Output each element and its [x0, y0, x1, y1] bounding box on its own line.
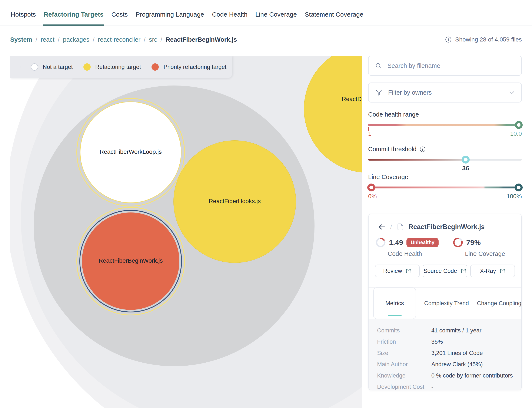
- commit-threshold-slider: 36: [368, 155, 522, 164]
- code-health-range-slider: [368, 121, 522, 129]
- code-health-value: 1.49: [389, 238, 403, 247]
- legend-label: Priority refactoring target: [164, 64, 226, 70]
- legend-label: Refactoring target: [95, 64, 141, 70]
- breadcrumb-packages[interactable]: packages: [63, 36, 89, 43]
- breadcrumb-current-file: ReactFiberBeginWork.js: [166, 36, 237, 43]
- code-health-min-value: 1: [368, 130, 372, 137]
- breadcrumb-separator: /: [161, 36, 162, 43]
- circle-fill: [82, 212, 179, 310]
- slider-track[interactable]: [368, 124, 522, 126]
- file-detail-header: / ReactFiberBeginWork.js: [368, 214, 521, 231]
- commit-threshold-value: 36: [457, 165, 474, 172]
- tab-code-health[interactable]: Code Health: [212, 11, 248, 26]
- slider-max-handle[interactable]: [515, 184, 523, 191]
- slider-handle[interactable]: [462, 156, 470, 163]
- tab-refactoring-targets[interactable]: Refactoring Targets: [43, 11, 104, 26]
- code-health-stat-label: Code Health: [388, 250, 453, 257]
- table-row: Knowledge 0 % code by former contributor…: [377, 370, 513, 381]
- tab-programming-language[interactable]: Programming Language: [135, 11, 204, 26]
- source-code-button[interactable]: Source Code: [423, 265, 467, 277]
- refactoring-targets-page: Hotspots Refactoring Targets Costs Progr…: [0, 0, 532, 416]
- line-coverage-min-value: 0%: [368, 193, 377, 200]
- line-coverage-max-value: 100%: [506, 193, 522, 200]
- slider-min-handle[interactable]: [367, 184, 375, 191]
- external-link-icon: [499, 268, 505, 274]
- slider-max-handle[interactable]: [515, 121, 523, 129]
- file-detail-title: ReactFiberBeginWork.js: [409, 223, 485, 231]
- tab-metrics[interactable]: Metrics: [373, 288, 416, 319]
- search-icon: [375, 62, 382, 70]
- breadcrumb-separator: /: [93, 36, 95, 43]
- owners-filter-label: Filter by owners: [388, 89, 503, 96]
- file-icon: [396, 223, 404, 231]
- file-circle-reactfiberbeginwork[interactable]: ReactFiberBeginWork.js: [76, 207, 185, 315]
- table-row: Size 3,201 Lines of Code: [377, 348, 513, 359]
- file-circle-reactfiberworkloop[interactable]: ReactFiberWorkLoop.js: [76, 98, 185, 207]
- tab-change-coupling[interactable]: Change Coupling: [477, 300, 521, 307]
- path-separator: /: [390, 224, 392, 230]
- file-action-buttons: Review Source Code X-Ray: [368, 257, 521, 277]
- table-row: Main Author Andrew Clark (45%): [377, 359, 513, 370]
- circle-packing-visualization: ReactDO ReactFiberWorkLoop.js ReactFiber…: [10, 56, 362, 408]
- code-health-gauge-icon: [376, 237, 386, 247]
- info-icon[interactable]: [419, 146, 426, 152]
- external-link-icon: [405, 268, 411, 274]
- table-row: Commits 41 commits / 1 year: [377, 325, 513, 336]
- breadcrumb: System / react / packages / react-reconc…: [10, 36, 237, 43]
- info-icon[interactable]: [19, 63, 21, 71]
- file-stats-row: 1.49 Unhealthy Code Health 79% Line Cove…: [368, 231, 521, 257]
- breadcrumb-react[interactable]: react: [41, 36, 54, 43]
- file-circle-reactfiberhooks[interactable]: ReactFiberHooks.js: [174, 140, 296, 263]
- breadcrumb-row: System / react / packages / react-reconc…: [10, 32, 522, 47]
- files-summary: Showing 28 of 4,059 files: [445, 36, 522, 43]
- tab-complexity-trend[interactable]: Complexity Trend: [424, 300, 469, 307]
- info-icon[interactable]: [445, 36, 452, 43]
- active-tab-indicator: [388, 315, 402, 316]
- legend: Not a target Refactoring target Priority…: [10, 56, 232, 78]
- line-coverage-slider: [368, 183, 522, 192]
- file-detail-tabs: Metrics Complexity Trend Change Coupling: [368, 288, 521, 319]
- legend-dot-refactoring-target: [83, 63, 91, 71]
- breadcrumb-src[interactable]: src: [149, 36, 157, 43]
- commit-threshold-label: Commit threshold: [368, 146, 522, 153]
- unhealthy-badge: Unhealthy: [406, 238, 439, 247]
- tab-costs[interactable]: Costs: [111, 11, 128, 26]
- breadcrumb-react-reconciler[interactable]: react-reconciler: [98, 36, 140, 43]
- search-box: [368, 56, 522, 76]
- x-ray-button[interactable]: X-Ray: [470, 265, 515, 277]
- line-coverage-label: Line Coverage: [368, 174, 522, 180]
- breadcrumb-separator: /: [144, 36, 145, 43]
- file-circle-label: ReactFiberHooks.js: [174, 198, 296, 205]
- tab-statement-coverage[interactable]: Statement Coverage: [304, 11, 364, 26]
- back-arrow-icon[interactable]: [377, 223, 386, 231]
- breadcrumb-separator: /: [36, 36, 37, 43]
- slider-min-handle[interactable]: [368, 127, 369, 131]
- filter-icon: [375, 89, 383, 96]
- slider-track[interactable]: [368, 159, 522, 161]
- file-detail-card: / ReactFiberBeginWork.js 1.49 Unhealthy: [368, 214, 522, 390]
- table-row: Development Cost -: [377, 381, 513, 390]
- slider-track[interactable]: [368, 187, 522, 189]
- legend-label: Not a target: [43, 64, 73, 70]
- owners-filter[interactable]: Filter by owners: [368, 83, 522, 103]
- code-health-range-label: Code health range: [368, 111, 522, 118]
- top-nav: Hotspots Refactoring Targets Costs Progr…: [0, 0, 532, 26]
- line-coverage-value: 79%: [466, 238, 481, 247]
- code-health-max-value: 10.0: [510, 130, 522, 137]
- circle-fill: [80, 102, 182, 203]
- metrics-table: Commits 41 commits / 1 year Friction 35%…: [368, 319, 521, 390]
- tab-line-coverage[interactable]: Line Coverage: [255, 11, 297, 26]
- right-panel: Filter by owners Code health range 1 10.…: [368, 56, 522, 390]
- line-coverage-gauge-icon: [453, 237, 463, 247]
- legend-dot-priority-target: [152, 63, 159, 71]
- chevron-down-icon: [509, 89, 515, 96]
- code-health-stat: 1.49 Unhealthy Code Health: [376, 237, 453, 257]
- breadcrumb-system[interactable]: System: [10, 36, 32, 43]
- search-input[interactable]: [387, 62, 515, 69]
- tab-hotspots[interactable]: Hotspots: [10, 11, 36, 26]
- breadcrumb-separator: /: [58, 36, 59, 43]
- line-coverage-stat-label: Line Coverage: [465, 250, 505, 257]
- files-summary-text: Showing 28 of 4,059 files: [455, 36, 522, 43]
- review-button[interactable]: Review: [375, 265, 420, 277]
- legend-dot-not-a-target: [31, 63, 38, 71]
